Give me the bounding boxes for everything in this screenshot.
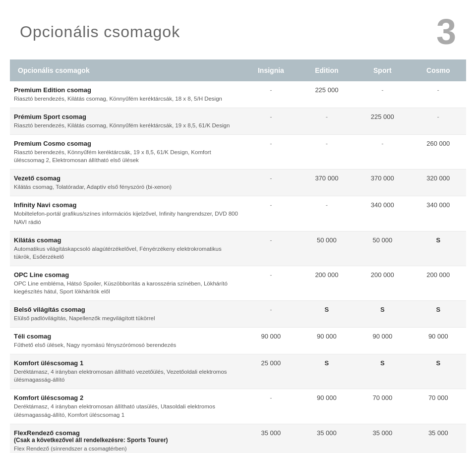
row-title: Prémium Sport csomag: [14, 113, 239, 120]
row-value-edition: 90 000: [299, 389, 355, 424]
row-value-insignia: -: [243, 108, 298, 135]
table-row: Infinity Navi csomagMobiltelefon-portál …: [10, 196, 466, 231]
s-value: S: [380, 359, 385, 367]
row-value-edition: S: [299, 301, 355, 328]
row-value-insignia: 90 000: [243, 328, 298, 354]
row-title: Vezető csomag: [14, 174, 239, 182]
row-title: Premium Edition csomag: [14, 86, 239, 94]
row-value-edition: 370 000: [299, 170, 355, 196]
dash-value: -: [270, 113, 272, 120]
row-value-insignia: -: [243, 81, 298, 108]
s-value: S: [325, 306, 329, 313]
table-row: Komfort üléscsomag 1Deréktámasz, 4 irány…: [10, 354, 466, 389]
row-value-edition: 200 000: [299, 266, 355, 300]
row-title: Premium Cosmo csomag: [14, 140, 239, 147]
row-title: Infinity Navi csomag: [14, 201, 239, 209]
dash-value: -: [326, 140, 328, 147]
row-value-insignia: -: [243, 389, 298, 424]
col-header-insignia: Insignia: [243, 59, 298, 81]
row-subtitle: Automatikus világításkapcsoló alagútérzé…: [14, 245, 239, 261]
row-value-sport: S: [355, 354, 410, 389]
row-title: Téli csomag: [14, 333, 239, 340]
row-value-cosmo: -: [411, 81, 466, 108]
row-value-edition: -: [299, 108, 355, 135]
row-subtitle: Riasztó berendezés, Könnyűfém keréktárcs…: [14, 148, 239, 164]
row-value-sport: 90 000: [355, 328, 410, 354]
table-row: Prémium Sport csomagRiasztó berendezés, …: [10, 108, 466, 135]
dash-value: -: [270, 201, 272, 209]
row-title: Komfort üléscsomag 2: [14, 394, 239, 401]
row-title: Komfort üléscsomag 1: [14, 359, 239, 367]
row-value-cosmo: 200 000: [411, 266, 466, 300]
row-value-sport: -: [355, 81, 410, 108]
s-value: S: [436, 306, 440, 313]
row-title: OPC Line csomag: [14, 271, 239, 279]
row-value-insignia: -: [243, 266, 298, 300]
dash-value: -: [437, 113, 439, 120]
row-value-edition: -: [299, 196, 355, 231]
main-content: Opcionális csomagok Insignia Edition Spo…: [0, 59, 476, 453]
row-title: Belső világítás csomag: [14, 306, 239, 313]
row-value-insignia: -: [243, 196, 298, 231]
row-value-sport: 370 000: [355, 170, 410, 196]
header: Opcionális csomagok 3: [0, 0, 476, 59]
table-row: Premium Edition csomagRiasztó berendezés…: [10, 81, 466, 108]
dash-value: -: [270, 236, 272, 244]
row-value-sport: -: [355, 135, 410, 170]
page-number: 3: [436, 14, 456, 50]
row-value-edition: 50 000: [299, 231, 355, 266]
s-value: S: [325, 359, 329, 367]
row-value-sport: 200 000: [355, 266, 410, 300]
row-subtitle: Kilátás csomag, Tolatóradar, Adaptív els…: [14, 183, 239, 191]
row-value-sport: 340 000: [355, 196, 410, 231]
row-subtitle: Mobiltelefon-portál grafikus/színes info…: [14, 210, 239, 226]
dash-value: -: [270, 86, 272, 94]
row-value-sport: 50 000: [355, 231, 410, 266]
dash-value: -: [270, 306, 272, 313]
row-value-insignia: -: [243, 135, 298, 170]
table-row: Kilátás csomagAutomatikus világításkapcs…: [10, 231, 466, 266]
row-value-edition: 225 000: [299, 81, 355, 108]
s-value: S: [380, 306, 385, 313]
page-title: Opcionális csomagok: [20, 23, 180, 41]
options-table: Opcionális csomagok Insignia Edition Spo…: [10, 59, 466, 453]
dash-value: -: [437, 86, 439, 94]
row-subtitle: Elülső padlóvilágítás, Napellenzők megvi…: [14, 314, 239, 322]
row-subtitle: Riasztó berendezés, Kilátás csomag, Könn…: [14, 121, 239, 129]
dash-value: -: [381, 86, 383, 94]
row-value-sport: S: [355, 301, 410, 328]
row-subtitle-bold: (Csak a következővel áll rendelkezésre: …: [14, 437, 239, 444]
row-value-sport: 225 000: [355, 108, 410, 135]
row-value-edition: 35 000: [299, 424, 355, 453]
table-row: Téli csomagFűthető első ülések, Nagy nyo…: [10, 328, 466, 354]
dash-value: -: [270, 174, 272, 182]
col-header-edition: Edition: [299, 59, 355, 81]
row-value-cosmo: 70 000: [411, 389, 466, 424]
row-value-insignia: 35 000: [243, 424, 298, 453]
row-subtitle: Deréktámasz, 4 irányban elektromosan áll…: [14, 402, 239, 418]
s-value: S: [436, 359, 440, 367]
row-value-edition: -: [299, 135, 355, 170]
dash-value: -: [381, 140, 383, 147]
row-subtitle: Fűthető első ülések, Nagy nyomású fénysz…: [14, 341, 239, 349]
table-row: Vezető csomagKilátás csomag, Tolatóradar…: [10, 170, 466, 196]
row-value-edition: 90 000: [299, 328, 355, 354]
row-title: Kilátás csomag: [14, 236, 239, 244]
row-subtitle: Flex Rendező (sínrendszer a csomagtérben…: [14, 445, 239, 453]
col-header-name: Opcionális csomagok: [10, 59, 243, 81]
row-value-insignia: -: [243, 170, 298, 196]
col-header-cosmo: Cosmo: [411, 59, 466, 81]
row-value-insignia: -: [243, 231, 298, 266]
row-subtitle: OPC Line embléma, Hátsó Spoiler, Küszöbb…: [14, 280, 239, 295]
table-row: Belső világítás csomagElülső padlóvilágí…: [10, 301, 466, 328]
dash-value: -: [326, 201, 328, 209]
row-value-sport: 70 000: [355, 389, 410, 424]
dash-value: -: [326, 113, 328, 120]
dash-value: -: [270, 140, 272, 147]
table-row: Premium Cosmo csomagRiasztó berendezés, …: [10, 135, 466, 170]
row-value-cosmo: 260 000: [411, 135, 466, 170]
s-value: S: [436, 236, 440, 244]
row-value-cosmo: 320 000: [411, 170, 466, 196]
row-value-insignia: 25 000: [243, 354, 298, 389]
row-value-cosmo: 90 000: [411, 328, 466, 354]
